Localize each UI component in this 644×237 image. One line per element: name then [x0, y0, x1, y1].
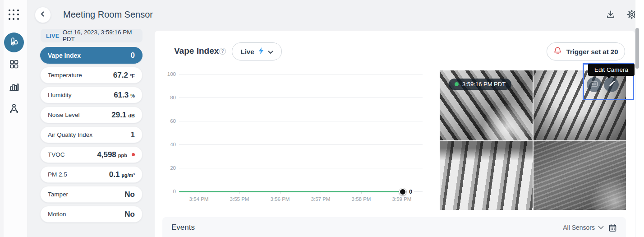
- sensor-unit: ppb: [118, 153, 127, 158]
- sensor-value: 0: [131, 51, 135, 60]
- gridline: [179, 121, 423, 121]
- sensor-label: Vape Index: [48, 52, 81, 59]
- app-window: Meeting Room Sensor LIVE Oct 16, 2023, 3…: [0, 0, 644, 237]
- sensor-unit: dB: [128, 113, 135, 118]
- sidebar-item-sensors[interactable]: [4, 33, 24, 52]
- chevron-down-icon: [598, 226, 604, 230]
- sensor-row-pm25[interactable]: PM 2.5 0.1µg/m³: [40, 166, 143, 183]
- sensor-unit: %: [130, 93, 135, 98]
- sidebar-item-floorplan[interactable]: [4, 99, 24, 119]
- time-range-label: Live: [240, 48, 254, 56]
- sensor-row-air-quality[interactable]: Air Quality Index 1: [40, 126, 143, 143]
- x-tick-label: 3:56 PM: [267, 196, 294, 202]
- sensor-row-vape-index[interactable]: Vape Index 0: [40, 47, 143, 64]
- sensor-value: 67.2: [113, 71, 128, 80]
- left-gutter: [0, 0, 4, 237]
- live-badge: LIVE: [46, 33, 60, 39]
- x-tick-label: 3:59 PM: [388, 196, 415, 202]
- scrollbar-thumb[interactable]: [635, 28, 639, 69]
- sensor-label: PM 2.5: [48, 171, 67, 178]
- sensor-unit: µg/m³: [121, 172, 135, 178]
- camera-quadrant-3: [440, 141, 533, 210]
- sensor-value: 1: [131, 130, 135, 139]
- bell-icon: [553, 46, 562, 56]
- sensor-filter-label: All Sensors: [563, 224, 595, 231]
- gridline: [179, 98, 423, 98]
- sensor-row-motion[interactable]: Motion No: [40, 206, 143, 223]
- live-timestamp: Oct 16, 2023, 3:59:16 PM PDT: [63, 29, 137, 42]
- page-title: Meeting Room Sensor: [63, 9, 153, 20]
- sensor-value: 0.1: [109, 170, 120, 179]
- bar-chart-icon: [8, 81, 20, 94]
- lightning-icon: [258, 47, 264, 56]
- calendar-button[interactable]: [608, 223, 617, 232]
- events-section-header: Events All Sensors: [162, 217, 626, 237]
- dashboard-grid-icon: [9, 59, 19, 71]
- calendar-icon: [608, 223, 617, 232]
- sensor-row-tamper[interactable]: Tamper No: [40, 186, 143, 203]
- y-tick-label: 20: [159, 165, 176, 171]
- y-tick-label: 80: [159, 95, 176, 100]
- y-tick-label: 40: [159, 142, 176, 147]
- compass-icon: [8, 102, 20, 116]
- x-tick-label: 3:55 PM: [226, 196, 253, 202]
- sensor-value: No: [124, 190, 135, 199]
- alert-dot: [132, 153, 135, 156]
- current-value-label: 0: [407, 188, 414, 196]
- y-tick-label: 0: [159, 189, 176, 194]
- chart-title: Vape Index: [174, 46, 219, 56]
- back-chevron-icon: [40, 11, 46, 19]
- camera-quadrant-4: [534, 141, 626, 210]
- sensor-filter-dropdown[interactable]: All Sensors: [563, 224, 604, 231]
- camera-timestamp-pill: 3:59:16 PM PDT: [449, 79, 511, 90]
- trigger-button[interactable]: Trigger set at 20: [547, 42, 625, 60]
- sensor-label: Motion: [48, 211, 66, 218]
- sensor-label: TVOC: [48, 151, 65, 158]
- sensor-value: 61.3: [114, 91, 129, 100]
- sensor-label: Humidity: [48, 92, 72, 98]
- x-tick-label: 3:57 PM: [307, 196, 334, 202]
- current-value-marker: [399, 188, 406, 195]
- sensor-icon: [9, 36, 19, 49]
- live-status-bar: LIVE Oct 16, 2023, 3:59:16 PM PDT: [41, 29, 143, 42]
- time-range-dropdown[interactable]: Live: [232, 42, 282, 60]
- y-tick-label: 100: [159, 71, 176, 77]
- sensor-label: Tamper: [48, 191, 68, 198]
- sensor-value: 29.1: [111, 111, 126, 120]
- trigger-label: Trigger set at 20: [566, 48, 618, 56]
- sensor-value: 4,598: [97, 150, 116, 159]
- sensor-row-humidity[interactable]: Humidity 61.3%: [40, 87, 143, 103]
- live-dot: [455, 82, 459, 86]
- gridline: [179, 144, 423, 145]
- question-help-icon[interactable]: ?: [219, 48, 226, 55]
- app-grid-icon[interactable]: [9, 9, 19, 20]
- sidebar-item-dashboard[interactable]: [4, 55, 24, 75]
- vape-index-series-line: [179, 191, 403, 192]
- camera-timestamp: 3:59:16 PM PDT: [462, 81, 506, 88]
- back-button[interactable]: [35, 7, 51, 23]
- sensor-row-temperature[interactable]: Temperature 67.2°F: [40, 67, 143, 84]
- edit-camera-tooltip: Edit Camera: [588, 64, 635, 76]
- sensor-row-noise-level[interactable]: Noise Level 29.1dB: [40, 107, 143, 123]
- tooltip-arrow: [606, 75, 612, 79]
- gridline: [179, 74, 423, 74]
- sensor-unit: °F: [130, 73, 135, 79]
- x-tick-label: 3:58 PM: [348, 196, 375, 202]
- chevron-down-icon: [268, 48, 273, 56]
- y-tick-label: 60: [159, 118, 176, 124]
- gridline: [179, 168, 423, 168]
- sensor-value: No: [124, 210, 135, 219]
- sidebar-item-analytics[interactable]: [4, 78, 24, 98]
- events-title: Events: [171, 223, 195, 232]
- x-tick-label: 3:54 PM: [185, 196, 212, 202]
- download-button[interactable]: [605, 10, 616, 21]
- sensor-label: Noise Level: [48, 112, 80, 118]
- sensor-label: Temperature: [48, 72, 82, 79]
- download-icon: [606, 9, 616, 21]
- sensor-row-tvoc[interactable]: TVOC 4,598ppb: [40, 146, 143, 163]
- sensor-label: Air Quality Index: [48, 131, 92, 138]
